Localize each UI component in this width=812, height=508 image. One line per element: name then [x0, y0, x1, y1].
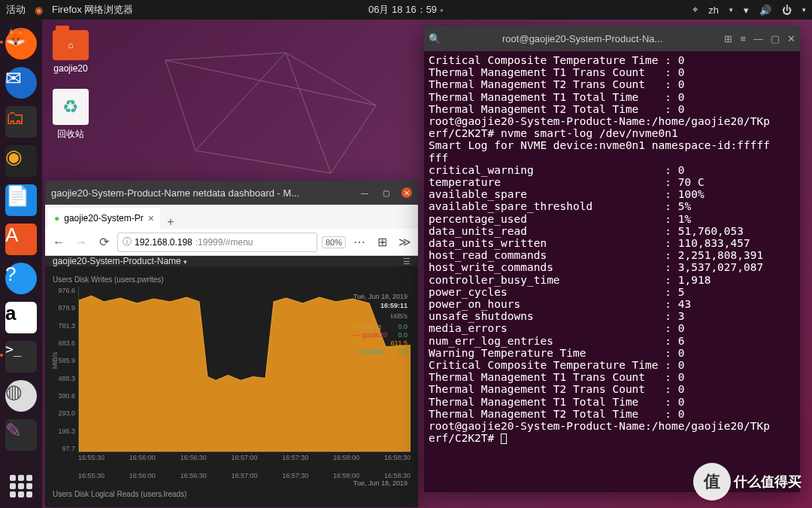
netdata-hostname[interactable]: gaojie20-System-Product-Name ▾ — [53, 256, 187, 266]
terminal-titlebar[interactable]: 🔍 root@gaojie20-System-Product-Na... ⊞ ≡… — [424, 26, 800, 51]
caret-down-icon: ▾ — [729, 6, 733, 14]
desktop-trash[interactable]: ♻ 回收站 — [53, 89, 89, 141]
dock-screenshot[interactable]: ✎ — [3, 417, 39, 453]
chart-date-2: Tue, Jun 18, 2019 — [53, 479, 411, 487]
terminal-content[interactable]: Critical Composite Temperature Time : 0 … — [424, 51, 800, 448]
library-icon[interactable]: ⊞ — [373, 233, 391, 251]
firefox-window: gaojie20-System-Product-Name netdata das… — [45, 181, 418, 507]
netdata-chart[interactable]: 976.6878.9781.3683.6585.9488.3390.6293.0… — [53, 287, 411, 452]
dock-rhythmbox[interactable]: ◉ — [3, 143, 39, 179]
close-button[interactable]: ✕ — [401, 187, 412, 198]
terminal-newtab-icon[interactable]: ⊞ — [724, 33, 732, 44]
dock-show-apps[interactable] — [5, 470, 37, 502]
minimize-button[interactable]: — — [359, 187, 370, 198]
watermark: 值 什么值得买 — [693, 463, 801, 500]
top-panel: 活动 ◉ Firefox 网络浏览器 06月 18 16：59 ● ⌖ zh ▾… — [0, 0, 812, 20]
close-button[interactable]: ✕ — [787, 33, 795, 44]
maximize-button[interactable]: ▢ — [771, 33, 780, 44]
terminal-menu-icon[interactable]: ≡ — [740, 33, 746, 44]
dock: 🦊 ✉ 🗂 ◉ 📄 A ? a >_ ◍ ✎ — [0, 20, 42, 508]
current-app-label[interactable]: Firefox 网络浏览器 — [52, 3, 133, 17]
firefox-titlebar[interactable]: gaojie20-System-Product-Name netdata das… — [45, 181, 418, 205]
firefox-tab[interactable]: ● gaojie20-System-Pr × — [48, 208, 160, 229]
forward-button[interactable]: → — [72, 233, 90, 251]
banner-close-button[interactable]: Close ✕ — [382, 507, 412, 508]
terminal-title: root@gaojie20-System-Product-Na... — [447, 33, 718, 44]
dock-writer[interactable]: 📄 — [3, 182, 39, 218]
terminal-search-icon[interactable]: 🔍 — [429, 33, 441, 44]
dock-disks[interactable]: ◍ — [3, 378, 39, 414]
tab-close-icon[interactable]: × — [148, 212, 154, 224]
dock-help[interactable]: ? — [3, 260, 39, 297]
watermark-text: 什么值得买 — [734, 473, 801, 491]
chart-xaxis: 16:55:3016:56:0016:56:3016:57:0016:57:30… — [53, 454, 411, 461]
dock-terminal[interactable]: >_ — [3, 339, 39, 375]
terminal-window: 🔍 root@gaojie20-System-Product-Na... ⊞ ≡… — [424, 26, 800, 492]
chart-legend: Tue, Jun 18, 2019 16:59:11 MiB/s — syslo… — [353, 293, 408, 356]
page-actions-icon[interactable]: ⋯ — [350, 233, 368, 251]
dock-firefox[interactable]: 🦊 — [3, 26, 39, 62]
url-host: 192.168.0.198 — [135, 237, 192, 248]
minimize-button[interactable]: — — [753, 33, 763, 44]
firefox-window-title: gaojie20-System-Product-Name netdata das… — [51, 187, 359, 199]
maximize-button[interactable]: ▢ — [380, 187, 391, 198]
chart-xaxis-2: 16:55:3016:56:0016:56:3016:57:0016:57:30… — [53, 472, 411, 479]
firefox-toolbar: ← → ⟳ ⓘ 192.168.0.198:19999/#menu 80% ⋯ … — [45, 229, 418, 256]
folder-icon: ⌂ — [53, 30, 89, 60]
dock-files[interactable]: 🗂 — [3, 104, 39, 140]
firefox-tabstrip: ● gaojie20-System-Pr × + — [45, 205, 418, 229]
accessibility-icon[interactable]: ⌖ — [692, 4, 698, 16]
desktop-home-label: gaojie20 — [53, 63, 87, 74]
reload-button[interactable]: ⟳ — [95, 233, 113, 251]
tab-favicon-icon: ● — [54, 213, 59, 224]
chart-yaxis: 976.6878.9781.3683.6585.9488.3390.6293.0… — [53, 287, 78, 452]
clock[interactable]: 06月 18 16：59 — [368, 3, 437, 17]
desktop-trash-label: 回收站 — [57, 128, 84, 141]
url-bar[interactable]: ⓘ 192.168.0.198:19999/#menu — [117, 233, 317, 252]
watermark-icon: 值 — [693, 463, 731, 500]
url-path: :19999/#menu — [195, 237, 253, 248]
info-icon[interactable]: ⓘ — [123, 236, 132, 248]
desktop-home-folder[interactable]: ⌂ gaojie20 — [53, 30, 89, 74]
notification-dot-icon: ● — [440, 7, 444, 14]
netdata-menu-icon[interactable]: ☰ — [403, 257, 411, 266]
chart-title-2: Users Disk Logical Reads (users.lreads) — [53, 490, 411, 498]
language-indicator[interactable]: zh — [708, 5, 719, 16]
zoom-level[interactable]: 80% — [322, 236, 346, 248]
activities-button[interactable]: 活动 — [6, 3, 26, 17]
dock-thunderbird[interactable]: ✉ — [3, 65, 39, 101]
tab-title: gaojie20-System-Pr — [64, 213, 143, 224]
firefox-indicator-icon: ◉ — [35, 5, 43, 16]
volume-icon[interactable]: 🔊 — [759, 5, 771, 16]
dock-amazon[interactable]: a — [3, 300, 39, 336]
wifi-icon[interactable]: ▾ — [744, 5, 749, 16]
power-icon[interactable]: ⏻ — [782, 5, 792, 16]
y-axis-label: MiB/s — [51, 352, 59, 370]
overflow-icon[interactable]: ≫ — [395, 233, 414, 251]
trash-icon: ♻ — [53, 89, 89, 125]
back-button[interactable]: ← — [50, 233, 68, 251]
chart-title: Users Disk Writes (users.pwrites) — [53, 275, 411, 284]
new-tab-button[interactable]: + — [160, 215, 181, 229]
netdata-dashboard: gaojie20-System-Product-Name ▾ ☰ Users D… — [45, 256, 418, 507]
dock-software[interactable]: A — [3, 221, 39, 257]
caret-down-icon: ▾ — [802, 6, 806, 14]
